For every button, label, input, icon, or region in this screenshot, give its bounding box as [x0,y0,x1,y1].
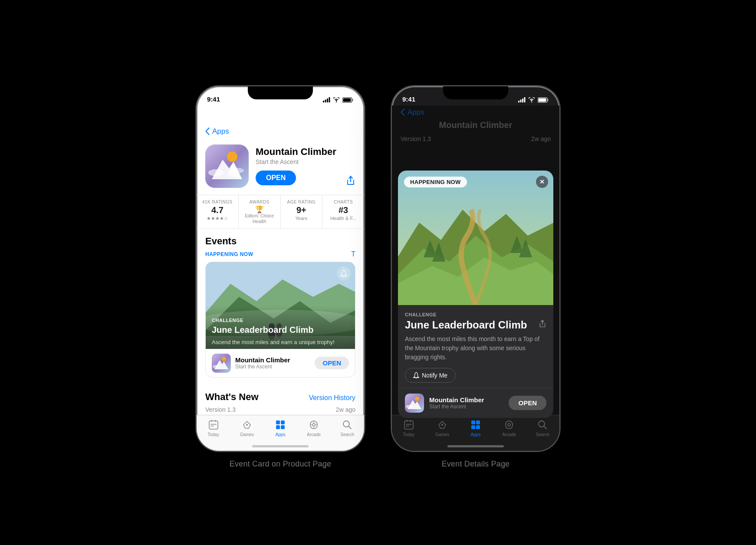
status-time-left: 9:41 [207,95,220,103]
svg-rect-62 [407,420,408,422]
back-button-left[interactable]: Apps [205,127,229,136]
whats-new-title-left: What's New [205,391,259,403]
svg-rect-64 [406,424,412,425]
tab-today-icon-right [403,419,415,431]
tab-games-icon [241,419,253,431]
games-icon-svg [242,420,252,429]
tab-apps-right[interactable]: Apps [459,419,492,437]
see-all[interactable]: T [351,250,355,258]
tab-apps-label-right: Apps [471,432,481,437]
happening-now-row: HAPPENING NOW T [205,250,355,258]
rating-cell-awards: AWARDS 🏆 Editors' Choice Health [239,195,281,228]
tab-apps-label-left: Apps [276,432,286,437]
svg-point-37 [312,424,315,426]
modal-open-button[interactable]: OPEN [509,396,546,410]
happening-now-tag: HAPPENING NOW [205,251,253,257]
share-icon-left[interactable] [346,175,355,188]
battery-icon [342,97,354,103]
editors-icon: 🏆 [255,205,264,213]
tab-search-right[interactable]: Search [526,419,559,437]
svg-rect-28 [211,420,212,422]
left-phone: 9:41 [196,85,365,452]
svg-rect-42 [522,98,523,102]
tab-arcade-label-left: Arcade [307,432,321,437]
right-phone-wrapper: 9:41 [391,85,560,469]
app-details-left: Mountain Climber Start the Ascent OPEN [256,144,355,185]
svg-rect-65 [406,426,409,427]
tab-games-right[interactable]: Games [425,419,459,437]
event-modal-app-row: Mountain Climber Start the Ascent OPEN [398,388,553,418]
event-open-button-left[interactable]: OPEN [315,357,349,369]
svg-rect-7 [343,98,351,102]
notify-me-button[interactable]: Notify Me [405,368,456,383]
svg-rect-69 [471,425,475,429]
close-button-right[interactable]: ✕ [536,176,548,188]
bell-svg [340,269,347,277]
svg-point-32 [246,424,248,426]
svg-rect-6 [352,99,354,101]
age-sub: Years [286,216,317,221]
wifi-icon-right [528,97,535,102]
age-label: AGE RATING [286,200,317,204]
event-app-name-left: Mountain Climber [235,356,310,364]
rating-cell-age: AGE RATING 9+ Years [281,195,323,228]
left-phone-wrapper: 9:41 [196,85,365,469]
tab-today-right[interactable]: Today [392,419,425,437]
modal-app-name: Mountain Climber [429,396,503,404]
app-icon-left [205,144,249,188]
scroll-content-left[interactable]: Apps [197,105,364,415]
wifi-icon [333,97,340,102]
svg-point-26 [213,365,220,368]
event-card-left[interactable]: CHALLENGE June Leaderboard Climb Ascend … [205,262,355,378]
svg-rect-29 [215,420,216,422]
open-button-left[interactable]: OPEN [256,171,296,185]
happening-now-pill-right: HAPPENING NOW [404,177,467,187]
svg-point-71 [508,424,510,426]
version-info-left: Version 1.3 2w ago [197,404,364,415]
whats-new-header-left: What's New Version History [197,386,364,404]
event-modal-title-row: June Leaderboard Climb [405,319,546,331]
rating-cell-charts: CHARTS #3 Health & F... [322,195,364,228]
rating-cell-ratings: 41K RATINGS 4.7 ★★★★☆ [197,195,239,228]
tab-today-label-right: Today [403,432,414,437]
search-icon-svg [342,420,352,430]
blurred-time-ago: 2w ago [531,135,551,142]
svg-rect-1 [325,100,326,103]
tab-games-label-left: Games [240,432,254,437]
home-indicator-right [447,445,504,447]
tab-arcade-left[interactable]: Arcade [297,419,331,437]
games-icon-right-svg [437,420,447,429]
event-app-row-left: Mountain Climber Start the Ascent OPEN [206,349,355,377]
status-time-right: 9:41 [402,95,415,103]
svg-rect-70 [476,425,480,429]
svg-point-44 [531,102,532,102]
bell-icon-left[interactable] [337,266,351,280]
tab-arcade-icon [308,419,320,431]
tab-apps-left[interactable]: Apps [263,419,297,437]
modal-app-sub: Start the Ascent [429,404,503,410]
event-modal-title-text: June Leaderboard Climb [405,319,527,331]
version-history-left[interactable]: Version History [309,394,355,402]
app-subtitle-left: Start the Ascent [256,158,355,165]
svg-line-39 [348,426,351,429]
tab-games-left[interactable]: Games [230,419,263,437]
apps-icon-right-svg [470,420,481,430]
version-ago-left: 2w ago [336,406,355,413]
home-indicator-left [252,445,309,447]
right-phone-label: Event Details Page [442,460,510,469]
event-modal-right[interactable]: HAPPENING NOW ✕ CHALLENGE June Leaderboa… [398,171,553,418]
svg-point-13 [232,168,244,173]
tab-today-icon [207,419,220,431]
rating-stars: ★★★★☆ [202,216,233,221]
tab-today-left[interactable]: Today [197,419,230,437]
notch-left [248,86,313,99]
svg-rect-47 [539,98,546,102]
tab-search-left[interactable]: Search [331,419,364,437]
tab-search-label-left: Search [341,432,355,437]
left-phone-label: Event Card on Product Page [230,460,331,469]
tab-arcade-icon-right [503,419,515,431]
tab-today-label-left: Today [207,432,219,437]
tab-arcade-right[interactable]: Arcade [493,419,526,437]
share-icon-right[interactable] [539,319,546,331]
modal-app-info: Mountain Climber Start the Ascent [429,396,503,410]
